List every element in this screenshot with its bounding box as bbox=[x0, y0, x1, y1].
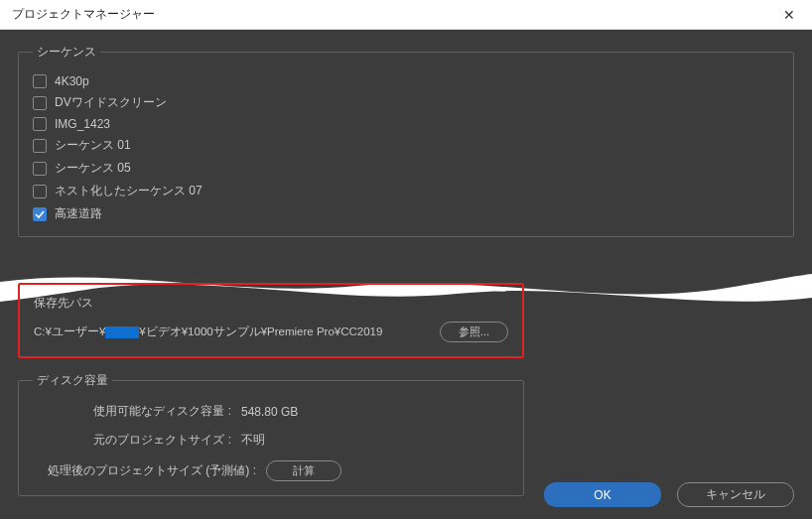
sequence-checkbox[interactable] bbox=[33, 185, 47, 198]
destination-row: C:¥ユーザー¥¥ビデオ¥1000サンプル¥Premiere Pro¥CC201… bbox=[34, 322, 508, 342]
sequence-label: シーケンス 05 bbox=[55, 160, 131, 177]
sequence-label: IMG_1423 bbox=[55, 117, 110, 131]
disk-available-label: 使用可能なディスク容量 : bbox=[33, 403, 231, 420]
sequence-list: 4K30pDVワイドスクリーンIMG_1423シーケンス 01シーケンス 05ネ… bbox=[33, 70, 779, 222]
sequences-panel: シーケンス 4K30pDVワイドスクリーンIMG_1423シーケンス 01シーケ… bbox=[18, 44, 794, 237]
disk-original-value: 不明 bbox=[241, 432, 265, 449]
sequence-checkbox[interactable] bbox=[33, 117, 47, 131]
disk-available-value: 548.80 GB bbox=[241, 405, 298, 419]
calc-button[interactable]: 計算 bbox=[266, 460, 341, 481]
titlebar: プロジェクトマネージャー ✕ bbox=[0, 0, 812, 30]
project-manager-window: プロジェクトマネージャー ✕ シーケンス 4K30pDVワイドスクリーンIMG_… bbox=[0, 0, 812, 519]
disk-original-label: 元のプロジェクトサイズ : bbox=[33, 432, 231, 449]
destination-panel: 保存先パス C:¥ユーザー¥¥ビデオ¥1000サンプル¥Premiere Pro… bbox=[18, 283, 524, 358]
sequences-legend: シーケンス bbox=[33, 44, 100, 61]
destination-path: C:¥ユーザー¥¥ビデオ¥1000サンプル¥Premiere Pro¥CC201… bbox=[34, 324, 428, 339]
disk-processed-row: 処理後のプロジェクトサイズ (予測値) : 計算 bbox=[33, 460, 509, 481]
sequence-label: DVワイドスクリーン bbox=[55, 94, 167, 111]
ok-button[interactable]: OK bbox=[544, 482, 661, 507]
window-title: プロジェクトマネージャー bbox=[12, 6, 774, 23]
sequence-label: 高速道路 bbox=[55, 205, 102, 222]
disk-legend: ディスク容量 bbox=[33, 372, 112, 389]
sequence-item[interactable]: IMG_1423 bbox=[33, 117, 779, 131]
sequence-checkbox[interactable] bbox=[33, 139, 47, 153]
sequence-checkbox[interactable] bbox=[33, 162, 47, 176]
cancel-button[interactable]: キャンセル bbox=[677, 482, 794, 507]
sequence-label: シーケンス 01 bbox=[55, 137, 131, 154]
disk-available-row: 使用可能なディスク容量 : 548.80 GB bbox=[33, 403, 509, 420]
sequence-checkbox[interactable] bbox=[33, 74, 47, 88]
dialog-footer: OK キャンセル bbox=[544, 482, 794, 507]
disk-processed-label: 処理後のプロジェクトサイズ (予測値) : bbox=[33, 462, 256, 479]
sequence-item[interactable]: シーケンス 05 bbox=[33, 160, 779, 177]
sequence-item[interactable]: 4K30p bbox=[33, 74, 779, 88]
browse-button[interactable]: 参照... bbox=[440, 322, 508, 342]
path-prefix: C:¥ユーザー¥ bbox=[34, 325, 105, 337]
sequence-item[interactable]: 高速道路 bbox=[33, 205, 779, 222]
sequence-label: 4K30p bbox=[55, 74, 89, 88]
sequence-checkbox[interactable] bbox=[33, 207, 47, 221]
sequence-item[interactable]: シーケンス 01 bbox=[33, 137, 779, 154]
sequence-item[interactable]: DVワイドスクリーン bbox=[33, 94, 779, 111]
destination-legend: 保存先パス bbox=[34, 295, 508, 312]
path-suffix: ¥ビデオ¥1000サンプル¥Premiere Pro¥CC2019 bbox=[139, 325, 382, 337]
sequence-label: ネスト化したシーケンス 07 bbox=[55, 183, 203, 199]
disk-panel: ディスク容量 使用可能なディスク容量 : 548.80 GB 元のプロジェクトサ… bbox=[18, 372, 524, 496]
client-area: シーケンス 4K30pDVワイドスクリーンIMG_1423シーケンス 01シーケ… bbox=[0, 30, 812, 519]
sequence-item[interactable]: ネスト化したシーケンス 07 bbox=[33, 183, 779, 199]
sequence-checkbox[interactable] bbox=[33, 96, 47, 110]
disk-original-row: 元のプロジェクトサイズ : 不明 bbox=[33, 432, 509, 449]
close-icon[interactable]: ✕ bbox=[774, 7, 804, 23]
redacted-segment bbox=[105, 326, 139, 338]
